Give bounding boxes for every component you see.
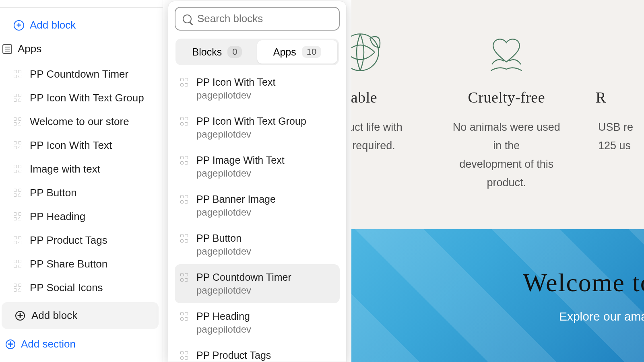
block-picker-wrap: Blocks 0 Apps 10 PP Icon With Textpagepi… — [163, 0, 351, 362]
hands-heart-icon — [482, 28, 530, 76]
block-icon — [14, 117, 23, 126]
block-icon — [14, 94, 23, 103]
picker-result[interactable]: PP Countdown Timerpagepilotdev — [175, 264, 340, 303]
feature-desc: USB re125 us — [596, 118, 644, 155]
block-icon — [180, 273, 189, 282]
add-block-button-primary[interactable]: + Add block — [0, 8, 163, 41]
sidebar-item-label: Image with text — [30, 163, 100, 175]
picker-result[interactable]: PP Product Tagspagepilotdev — [175, 342, 340, 362]
result-subtitle: pagepilotdev — [196, 90, 275, 101]
sidebar-item[interactable]: PP Icon With Text Group — [0, 86, 163, 110]
result-subtitle: pagepilotdev — [196, 207, 276, 218]
result-subtitle: pagepilotdev — [196, 324, 251, 335]
tab-blocks-count: 0 — [227, 46, 242, 58]
feature-desc: g product life withparts required. — [351, 118, 417, 155]
picker-results: PP Icon With TextpagepilotdevPP Icon Wit… — [175, 69, 340, 362]
result-title: PP Banner Image — [196, 193, 276, 205]
tab-blocks[interactable]: Blocks 0 — [177, 40, 257, 64]
picker-result[interactable]: PP Icon With Textpagepilotdev — [175, 69, 340, 108]
result-title: PP Countdown Timer — [196, 272, 291, 283]
block-icon — [14, 70, 23, 79]
picker-result[interactable]: PP Headingpagepilotdev — [175, 303, 340, 342]
result-title: PP Product Tags — [196, 350, 271, 361]
sidebar-item-label: PP Social Icons — [30, 282, 103, 294]
sidebar-item-label: PP Countdown Timer — [30, 68, 128, 80]
picker-tabs: Blocks 0 Apps 10 — [175, 39, 339, 65]
add-section-label: Add section — [21, 338, 76, 350]
sidebar-item-label: PP Share Button — [30, 258, 107, 270]
plus-circle-icon: + — [14, 20, 24, 31]
block-icon — [180, 156, 189, 165]
banner-sub: Explore our amazing produc — [559, 310, 644, 323]
block-icon — [14, 212, 23, 221]
result-subtitle: pagepilotdev — [196, 168, 285, 179]
block-picker-panel: Blocks 0 Apps 10 PP Icon With Textpagepi… — [168, 1, 347, 362]
sidebar-item-label: PP Heading — [30, 210, 85, 223]
sidebar-item-label: PP Icon With Text — [30, 139, 112, 152]
search-input[interactable] — [197, 12, 332, 25]
block-icon — [180, 312, 189, 321]
tab-apps-label: Apps — [273, 46, 296, 58]
sidebar-item[interactable]: PP Heading — [0, 205, 163, 228]
apps-icon — [2, 44, 12, 54]
result-title: PP Button — [196, 232, 251, 244]
add-block-inline-label: Add block — [31, 309, 77, 322]
feature-title: Cruelty-free — [450, 88, 564, 106]
block-icon — [180, 234, 189, 243]
add-block-label: Add block — [30, 19, 76, 31]
result-title: PP Heading — [196, 311, 251, 322]
picker-result[interactable]: PP Icon With Text Grouppagepilotdev — [175, 108, 340, 147]
result-subtitle: pagepilotdev — [196, 285, 291, 296]
sidebar-item[interactable]: PP Share Button — [0, 252, 163, 276]
globe-leaf-icon — [351, 28, 384, 76]
tab-blocks-label: Blocks — [192, 46, 222, 58]
sidebar-item[interactable]: PP Product Tags — [0, 228, 163, 252]
preview-canvas: nable g product life withparts required.… — [351, 0, 644, 362]
block-icon — [180, 78, 189, 87]
sidebar-item-label: PP Button — [30, 187, 77, 199]
plus-circle-icon: + — [15, 311, 25, 321]
sidebar-item-label: PP Product Tags — [30, 234, 107, 247]
apps-section-header[interactable]: Apps — [0, 41, 163, 62]
sidebar-item[interactable]: PP Icon With Text — [0, 134, 163, 157]
block-icon — [14, 284, 23, 292]
sidebar-item[interactable]: PP Button — [0, 181, 163, 205]
result-title: PP Image With Text — [196, 154, 285, 166]
sidebar-item-label: Welcome to our store — [30, 115, 129, 128]
sidebar-item[interactable]: PP Social Icons — [0, 276, 163, 300]
sidebar-item[interactable]: PP Countdown Timer — [0, 62, 163, 86]
result-subtitle: pagepilotdev — [196, 246, 251, 257]
theme-editor-sidebar: + Add block Apps PP Countdown Timer PP I… — [0, 0, 163, 362]
tab-apps[interactable]: Apps 10 — [257, 40, 337, 64]
feature-rechargeable: R USB re125 us — [596, 28, 644, 192]
block-icon — [180, 351, 189, 360]
block-icon — [14, 236, 23, 245]
sidebar-item[interactable]: Welcome to our store — [0, 110, 163, 134]
search-blocks-field[interactable] — [175, 7, 340, 31]
picker-result[interactable]: PP Banner Imagepagepilotdev — [175, 186, 340, 225]
search-icon — [183, 14, 192, 23]
sidebar-item-label: PP Icon With Text Group — [30, 92, 144, 104]
picker-result[interactable]: PP Image With Textpagepilotdev — [175, 147, 340, 186]
block-icon — [14, 189, 23, 197]
add-block-button-inline[interactable]: + Add block — [2, 302, 159, 329]
sidebar-item[interactable]: Image with text — [0, 157, 163, 181]
feature-cruelty-free: Cruelty-free No animals were used in the… — [450, 28, 564, 192]
feature-sustainable: nable g product life withparts required. — [351, 28, 417, 192]
feature-title: R — [596, 88, 644, 106]
add-section-button[interactable]: + Add section — [0, 334, 163, 358]
feature-title: nable — [351, 88, 417, 106]
block-icon — [14, 141, 23, 150]
picker-result[interactable]: PP Buttonpagepilotdev — [175, 225, 340, 264]
banner-heading: Welcome to our — [523, 268, 644, 298]
tab-apps-count: 10 — [302, 46, 321, 58]
result-subtitle: pagepilotdev — [196, 129, 306, 140]
block-icon — [180, 195, 189, 204]
welcome-banner: Welcome to our Explore our amazing produ… — [351, 229, 644, 362]
block-icon — [14, 260, 23, 269]
apps-label: Apps — [18, 43, 41, 55]
feature-row: nable g product life withparts required.… — [351, 0, 644, 212]
feature-desc: No animals were used in thedevelopment o… — [450, 118, 564, 192]
block-icon — [14, 165, 23, 174]
block-icon — [180, 117, 189, 126]
